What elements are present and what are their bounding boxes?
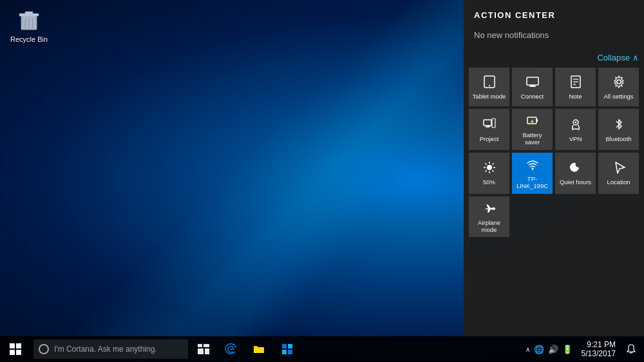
desktop: Recycle Bin ACTION CENTER No new notific… — [0, 0, 644, 362]
quick-tile-all-settings[interactable]: All settings — [598, 68, 639, 106]
svg-rect-43 — [282, 344, 287, 348]
connect-label: Connect — [521, 93, 544, 100]
location-label: Location — [607, 178, 630, 186]
action-center-header: ACTION CENTER — [464, 0, 644, 25]
collapse-label: Collapse — [597, 53, 630, 62]
taskbar-app-explorer[interactable] — [245, 336, 273, 362]
quick-actions-row1: Tablet mode Connect — [464, 65, 644, 109]
svg-rect-19 — [492, 119, 495, 128]
quick-tile-airplane-mode[interactable]: Airplane mode — [469, 196, 509, 238]
no-notifications-text: No new notifications — [464, 25, 644, 50]
svg-point-15 — [617, 80, 621, 84]
start-button[interactable] — [0, 336, 31, 362]
location-icon — [612, 161, 625, 176]
tray-icons: ∧ 🌐 🔊 🔋 — [522, 345, 576, 354]
vpn-icon — [569, 118, 582, 133]
collapse-button[interactable]: Collapse ∧ — [464, 50, 644, 65]
action-center-panel: ACTION CENTER No new notifications Colla… — [464, 0, 644, 336]
svg-point-7 — [489, 85, 490, 86]
note-label: Note — [569, 93, 582, 100]
svg-rect-40 — [204, 344, 209, 347]
bluetooth-label: Bluetooth — [605, 135, 631, 142]
battery-saver-label: Battery saver — [515, 131, 550, 146]
quick-tile-note[interactable]: Note — [555, 68, 596, 106]
svg-rect-36 — [16, 343, 21, 348]
quiet-hours-label: Quiet hours — [560, 178, 591, 186]
svg-line-32 — [492, 164, 493, 165]
task-view-button[interactable] — [191, 336, 216, 362]
quick-tile-connect[interactable]: Connect — [512, 68, 553, 106]
quick-tile-quiet-hours[interactable]: Quiet hours — [555, 153, 596, 194]
airplane-mode-label: Airplane mode — [471, 219, 507, 234]
cortana-placeholder: I'm Cortana. Ask me anything. — [54, 345, 157, 354]
cortana-search-box[interactable]: I'm Cortana. Ask me anything. — [33, 339, 188, 359]
quick-tile-tablet-mode[interactable]: Tablet mode — [469, 68, 509, 106]
svg-rect-38 — [16, 350, 21, 355]
system-tray: ∧ 🌐 🔊 🔋 9:21 PM 5/13/2017 — [522, 336, 644, 362]
tray-network-icon[interactable]: 🌐 — [534, 345, 544, 354]
svg-text:⚡: ⚡ — [529, 119, 535, 124]
quick-tile-location[interactable]: Location — [598, 153, 639, 194]
notifications-button[interactable] — [621, 336, 641, 362]
collapse-chevron-icon: ∧ — [632, 53, 639, 62]
svg-rect-42 — [205, 348, 209, 354]
clock-date: 5/13/2017 — [582, 349, 616, 358]
taskbar-apps — [216, 336, 301, 362]
tray-chevron[interactable]: ∧ — [526, 346, 530, 353]
brightness-label: 50% — [483, 178, 495, 186]
clock-time: 9:21 PM — [587, 340, 616, 349]
svg-point-34 — [531, 167, 533, 169]
note-icon — [569, 75, 582, 90]
svg-line-5 — [32, 18, 33, 28]
vpn-label: VPN — [569, 135, 582, 142]
svg-line-33 — [485, 171, 486, 172]
all-settings-label: All settings — [604, 93, 634, 100]
quick-tile-battery-saver[interactable]: ⚡ Battery saver — [512, 109, 553, 150]
taskbar-app-store[interactable] — [273, 336, 301, 362]
svg-rect-45 — [282, 350, 287, 354]
quick-tile-brightness[interactable]: 50% — [469, 153, 509, 194]
svg-rect-41 — [198, 348, 204, 354]
quick-actions-row2: Project ⚡ Battery saver — [464, 109, 644, 153]
project-label: Project — [480, 135, 499, 142]
tablet-mode-label: Tablet mode — [473, 93, 506, 100]
connect-icon — [526, 75, 539, 90]
svg-line-3 — [25, 18, 26, 28]
svg-point-24 — [574, 121, 576, 123]
quiet-hours-icon — [569, 161, 582, 176]
tablet-mode-icon — [483, 75, 496, 90]
quick-tile-project[interactable]: Project — [469, 109, 509, 150]
tray-battery-icon[interactable]: 🔋 — [562, 345, 573, 354]
svg-rect-39 — [198, 344, 202, 347]
svg-rect-21 — [536, 119, 538, 122]
taskbar-app-edge[interactable] — [216, 336, 245, 362]
battery-saver-icon: ⚡ — [526, 114, 539, 129]
svg-rect-2 — [25, 12, 33, 14]
action-center-title: ACTION CENTER — [474, 10, 634, 20]
quick-actions-row3: 50% TP-LINK_199C — [464, 153, 644, 196]
svg-rect-35 — [10, 343, 15, 348]
quick-tile-bluetooth[interactable]: Bluetooth — [598, 109, 639, 150]
svg-point-25 — [487, 165, 492, 170]
quick-tile-wifi[interactable]: TP-LINK_199C — [512, 153, 553, 194]
recycle-bin-label: Recycle Bin — [10, 35, 48, 44]
cortana-icon — [39, 344, 49, 354]
svg-line-30 — [485, 164, 486, 165]
clock[interactable]: 9:21 PM 5/13/2017 — [576, 340, 621, 358]
action-center-body: Collapse ∧ Tablet mode — [464, 50, 644, 336]
svg-rect-8 — [527, 77, 538, 85]
svg-rect-46 — [288, 350, 292, 354]
quick-actions-row4: Airplane mode — [464, 196, 644, 240]
brightness-icon — [483, 161, 496, 176]
wifi-label: TP-LINK_199C — [515, 175, 550, 190]
taskbar: I'm Cortana. Ask me anything. — [0, 336, 644, 362]
svg-line-31 — [492, 171, 493, 172]
recycle-bin-icon[interactable]: Recycle Bin — [6, 6, 52, 44]
svg-rect-37 — [10, 350, 15, 355]
wifi-icon — [526, 158, 539, 173]
quick-tile-vpn[interactable]: VPN — [555, 109, 596, 150]
project-icon — [483, 118, 496, 133]
svg-rect-44 — [288, 344, 292, 348]
all-settings-icon — [612, 75, 625, 90]
tray-volume-icon[interactable]: 🔊 — [548, 345, 558, 354]
